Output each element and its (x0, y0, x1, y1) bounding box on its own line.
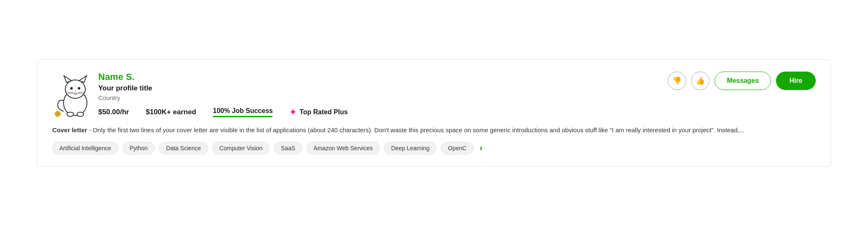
skills-row: Artificial Intelligence Python Data Scie… (52, 142, 816, 154)
svg-point-11 (67, 112, 74, 116)
hire-button[interactable]: Hire (776, 72, 816, 90)
freelancer-card: Name S. Your profile title Country $50.0… (37, 59, 831, 166)
skill-tag-cv[interactable]: Computer Vision (212, 142, 270, 154)
job-success-label: 100% Job Success (213, 107, 273, 115)
skill-tag-dl[interactable]: Deep Learning (384, 142, 437, 154)
skill-tag-ds[interactable]: Data Science (159, 142, 208, 154)
like-button[interactable]: 👍 (691, 72, 710, 90)
action-buttons: 👎 👍 Messages Hire (668, 72, 816, 90)
cover-letter-prefix: Cover letter (52, 126, 87, 134)
svg-marker-3 (79, 76, 87, 82)
skill-tag-ai[interactable]: Artificial Intelligence (52, 142, 118, 154)
profile-title: Your profile title (98, 84, 668, 92)
dislike-button[interactable]: 👎 (668, 72, 686, 90)
hourly-rate: $50.00/hr (98, 108, 129, 116)
svg-point-6 (74, 92, 76, 93)
dislike-icon: 👎 (672, 76, 682, 85)
skill-tag-aws[interactable]: Amazon Web Services (306, 142, 380, 154)
svg-point-5 (78, 87, 80, 90)
svg-point-4 (70, 87, 73, 90)
success-bar (213, 116, 273, 117)
job-success-stat: 100% Job Success (213, 107, 273, 117)
country: Country (98, 94, 668, 101)
cover-letter-text: - Only the first two lines of your cover… (87, 126, 744, 134)
more-skills-button[interactable]: › (480, 143, 483, 154)
svg-point-1 (65, 80, 85, 98)
skill-tag-python[interactable]: Python (123, 142, 155, 154)
skill-tag-saas[interactable]: SaaS (274, 142, 302, 154)
like-icon: 👍 (696, 76, 705, 85)
top-rated-icon: ✦ (289, 107, 296, 117)
cover-letter: Cover letter - Only the first two lines … (52, 125, 816, 135)
skill-tag-opencv[interactable]: OpenC (441, 142, 473, 154)
svg-point-12 (77, 112, 84, 116)
total-earned: $100K+ earned (146, 108, 197, 116)
top-rated-label: Top Rated Plus (299, 108, 347, 116)
main-info: Name S. Your profile title Country $50.0… (98, 72, 668, 117)
messages-button[interactable]: Messages (715, 72, 771, 90)
freelancer-name: Name S. (98, 72, 668, 82)
top-rated-badge: ✦ Top Rated Plus (289, 107, 347, 117)
avatar-area (52, 72, 98, 119)
svg-marker-2 (64, 76, 71, 82)
